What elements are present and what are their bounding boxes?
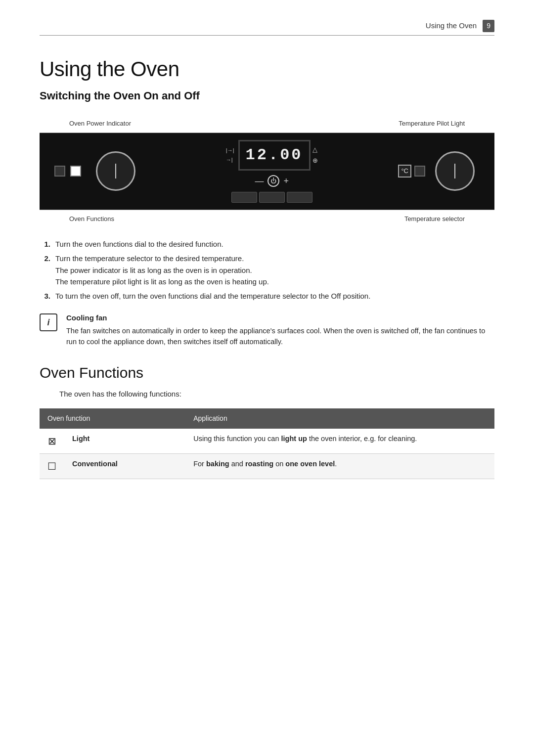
arrow-bottom: →| bbox=[226, 156, 234, 164]
section1-title: Switching the Oven On and Off bbox=[40, 88, 494, 104]
display-right-icons: △ ⊕ bbox=[312, 145, 318, 166]
bold-one-oven-level: one oven level bbox=[285, 460, 335, 468]
label-temp-pilot: Temperature Pilot Light bbox=[399, 119, 465, 129]
oven-right: °C bbox=[398, 151, 480, 191]
instruction-num-2: 2. bbox=[40, 253, 50, 287]
info-box: i Cooling fan The fan switches on automa… bbox=[40, 312, 494, 347]
main-title: Using the Oven bbox=[40, 53, 494, 85]
page-header: Using the Oven 9 bbox=[40, 20, 494, 36]
label-oven-functions: Oven Functions bbox=[69, 214, 114, 224]
power-circle-icon: ⊕ bbox=[312, 156, 318, 166]
func-name-conventional: Conventional bbox=[64, 454, 185, 479]
instruction-text-3: To turn the oven off, turn the oven func… bbox=[55, 290, 494, 302]
func-icon-light: ⊠ bbox=[40, 429, 64, 454]
func-application-light: Using this function you can light up the… bbox=[185, 429, 494, 454]
func-application-conventional: For baking and roasting on one oven leve… bbox=[185, 454, 494, 479]
temp-box: °C bbox=[398, 165, 411, 178]
temperature-selector-dial[interactable] bbox=[435, 151, 475, 191]
func-name-text-light: Light bbox=[72, 435, 89, 443]
oven-diagram: Oven Power Indicator Temperature Pilot L… bbox=[40, 119, 494, 223]
instruction-1: 1. Turn the oven functions dial to the d… bbox=[40, 238, 494, 250]
col-application: Application bbox=[185, 408, 494, 429]
power-indicator-white bbox=[70, 166, 81, 177]
col-oven-function: Oven function bbox=[40, 408, 185, 429]
header-title: Using the Oven bbox=[426, 20, 477, 32]
bold-roasting: roasting bbox=[245, 460, 273, 468]
label-temp-selector: Temperature selector bbox=[404, 214, 465, 224]
power-icon: ⏻ bbox=[270, 177, 276, 185]
table-body: ⊠ Light Using this function you can ligh… bbox=[40, 429, 494, 479]
minus-ctrl: — bbox=[255, 175, 264, 188]
info-icon: i bbox=[40, 313, 57, 331]
functions-table: Oven function Application ⊠ Light Using … bbox=[40, 408, 494, 479]
section2-heading: Oven Functions bbox=[40, 361, 494, 384]
label-power-indicator: Oven Power Indicator bbox=[69, 119, 131, 129]
display-screen: 12.00 bbox=[238, 140, 311, 171]
bottom-controls: — ⏻ + bbox=[255, 175, 289, 188]
oven-panel: |→| →| 12.00 △ ⊕ — ⏻ + bbox=[40, 133, 494, 210]
oven-center: |→| →| 12.00 △ ⊕ — ⏻ + bbox=[226, 140, 318, 203]
bold-baking: baking bbox=[206, 460, 229, 468]
instruction-2: 2. Turn the temperature selector to the … bbox=[40, 253, 494, 287]
dial-line bbox=[115, 164, 116, 178]
plus-ctrl: + bbox=[283, 175, 289, 188]
temp-indicator: °C bbox=[398, 165, 425, 178]
instruction-num-3: 3. bbox=[40, 290, 50, 302]
display-arrows: |→| →| bbox=[226, 146, 234, 164]
oven-left bbox=[54, 151, 145, 191]
instruction-num-1: 1. bbox=[40, 238, 50, 250]
temp-indicator-square bbox=[414, 166, 425, 177]
instruction-text-2: Turn the temperature selector to the des… bbox=[55, 253, 494, 287]
prog-btn-3[interactable] bbox=[287, 192, 312, 203]
temp-dial-line bbox=[454, 164, 455, 178]
info-title: Cooling fan bbox=[66, 312, 494, 324]
prog-buttons bbox=[231, 192, 312, 203]
instructions: 1. Turn the oven functions dial to the d… bbox=[40, 238, 494, 302]
func-name-text-conventional: Conventional bbox=[72, 460, 118, 468]
page: Using the Oven 9 Using the Oven Switchin… bbox=[0, 0, 534, 756]
func-icon-conventional: ☐ bbox=[40, 454, 64, 479]
table-row: ⊠ Light Using this function you can ligh… bbox=[40, 429, 494, 454]
triangle-icon: △ bbox=[312, 145, 318, 155]
section2-intro: The oven has the following functions: bbox=[59, 389, 494, 400]
info-body: The fan switches on automatically in ord… bbox=[66, 325, 494, 348]
power-ctrl: ⏻ bbox=[267, 175, 279, 187]
func-name-light: Light bbox=[64, 429, 185, 454]
diagram-labels-bottom: Oven Functions Temperature selector bbox=[40, 210, 494, 224]
info-content: Cooling fan The fan switches on automati… bbox=[66, 312, 494, 347]
display-box-area: |→| →| 12.00 △ ⊕ bbox=[226, 140, 318, 171]
table-head: Oven function Application bbox=[40, 408, 494, 429]
oven-functions-dial[interactable] bbox=[96, 151, 135, 191]
prog-btn-1[interactable] bbox=[231, 192, 257, 203]
instruction-text-1: Turn the oven functions dial to the desi… bbox=[55, 238, 494, 250]
diagram-labels-top: Oven Power Indicator Temperature Pilot L… bbox=[40, 119, 494, 129]
power-indicator-square bbox=[54, 166, 65, 177]
arrow-top: |→| bbox=[226, 146, 234, 155]
prog-btn-2[interactable] bbox=[259, 192, 285, 203]
bold-light-up: light up bbox=[281, 435, 307, 443]
instruction-3: 3. To turn the oven off, turn the oven f… bbox=[40, 290, 494, 302]
table-header-row: Oven function Application bbox=[40, 408, 494, 429]
table-row: ☐ Conventional For baking and roasting o… bbox=[40, 454, 494, 479]
header-page-num: 9 bbox=[483, 20, 494, 32]
